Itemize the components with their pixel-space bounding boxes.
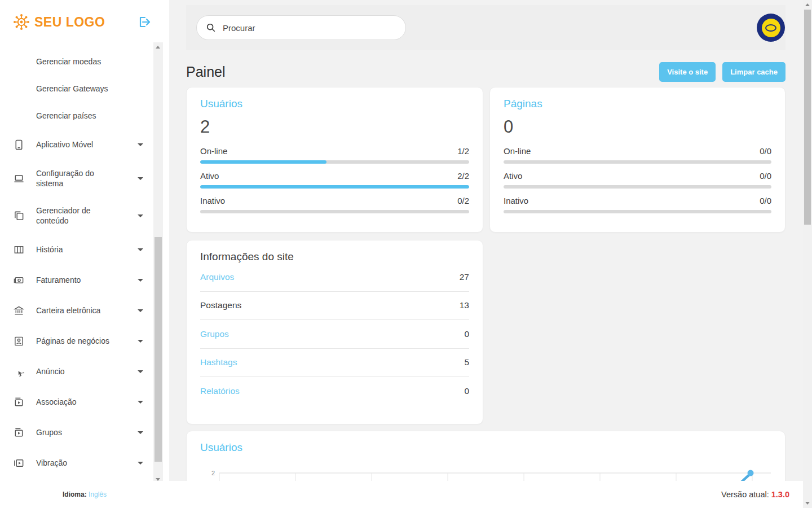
sidebar-item-historia[interactable]: História bbox=[0, 234, 153, 265]
sidebar-item-gerenciar-gateways[interactable]: Gerenciar Gateways bbox=[0, 75, 153, 102]
sidebar-item-vibracao[interactable]: Vibração bbox=[0, 448, 153, 478]
chevron-down-icon bbox=[138, 248, 143, 251]
sidebar-item-paginas-de-negocios[interactable]: Páginas de negócios bbox=[0, 326, 153, 356]
main-content: Painel Visite o site Limpar cache Usuári… bbox=[169, 0, 803, 508]
sidebar-item-configuracao-do-sistema[interactable]: Configuração do sistema bbox=[0, 160, 153, 197]
chevron-down-icon bbox=[138, 401, 143, 404]
sidebar-item-grupos[interactable]: Grupos bbox=[0, 417, 153, 448]
sidebar-scrollbar[interactable] bbox=[153, 42, 163, 484]
top-header bbox=[186, 5, 785, 50]
video-box-icon bbox=[14, 427, 24, 438]
site-info-title: Informações do site bbox=[200, 251, 469, 263]
version-value: 1.3.0 bbox=[771, 490, 789, 499]
usuarios-total: 2 bbox=[200, 117, 469, 137]
stat-online: On-line0/0 bbox=[504, 146, 771, 164]
handshake-emblem-icon bbox=[765, 24, 776, 32]
avatar[interactable] bbox=[757, 14, 785, 42]
sidebar-item-associacao[interactable]: Associação bbox=[0, 387, 153, 417]
smartphone-icon bbox=[14, 139, 24, 150]
bank-icon bbox=[14, 305, 24, 316]
sidebar-menu: Gerenciar moedas Gerenciar Gateways Gere… bbox=[0, 48, 153, 478]
paginas-card: Páginas 0 On-line0/0 Ativo0/0 Inativo0/0 bbox=[489, 87, 785, 233]
logo-row: SEU LOGO bbox=[12, 10, 161, 34]
version-info: Versão atual: 1.3.0 bbox=[721, 490, 789, 499]
sidebar-item-gerenciar-paises[interactable]: Gerenciar países bbox=[0, 102, 153, 129]
chevron-down-icon bbox=[138, 143, 143, 146]
pages-copy-icon bbox=[14, 211, 24, 221]
search-box[interactable] bbox=[196, 15, 406, 40]
chevron-down-icon bbox=[138, 214, 143, 217]
info-row-arquivos: Arquivos 27 bbox=[200, 263, 469, 292]
progress-bar bbox=[200, 185, 469, 189]
stat-inativo: Inativo0/0 bbox=[504, 196, 771, 213]
stat-ativo: Ativo0/0 bbox=[504, 171, 771, 189]
page-scrollbar[interactable] bbox=[803, 0, 812, 508]
progress-bar bbox=[504, 160, 771, 164]
avatar-badge bbox=[762, 19, 780, 37]
paginas-total: 0 bbox=[504, 117, 771, 137]
sidebar-item-anuncio[interactable]: Anúncio bbox=[0, 356, 153, 387]
info-row-grupos: Grupos 0 bbox=[200, 320, 469, 349]
hashtags-link[interactable]: Hashtags bbox=[200, 357, 237, 367]
usuarios-card-title: Usuários bbox=[200, 98, 469, 110]
version-label: Versão atual: bbox=[721, 490, 769, 499]
search-icon bbox=[206, 23, 216, 33]
play-frame-icon bbox=[14, 458, 24, 468]
chevron-down-icon bbox=[138, 279, 143, 282]
sidebar-item-carteira-eletronica[interactable]: Carteira eletrônica bbox=[0, 295, 153, 326]
chevron-down-icon bbox=[138, 431, 143, 434]
scroll-up-icon[interactable] bbox=[805, 3, 810, 6]
language-selector: Idioma: Inglês bbox=[0, 491, 169, 498]
visit-site-button[interactable]: Visite o site bbox=[659, 62, 716, 82]
sidebar-item-faturamento[interactable]: Faturamento bbox=[0, 265, 153, 295]
search-input[interactable] bbox=[223, 23, 396, 33]
progress-bar bbox=[200, 160, 469, 164]
cursor-click-icon bbox=[14, 366, 24, 377]
footer: Idioma: Inglês Versão atual: 1.3.0 bbox=[0, 481, 803, 508]
page-scrollbar-thumb[interactable] bbox=[804, 10, 811, 225]
usuarios-card: Usuários 2 On-line1/2 Ativo2/2 Inativo0/… bbox=[186, 87, 483, 233]
chevron-down-icon bbox=[138, 462, 143, 465]
y-tick-label: 2 bbox=[211, 470, 215, 476]
chart-card-title: Usuários bbox=[200, 441, 785, 454]
info-row-postagens: Postagens 13 bbox=[200, 292, 469, 321]
stat-inativo: Inativo0/2 bbox=[200, 196, 469, 213]
language-value-link[interactable]: Inglês bbox=[89, 491, 107, 498]
clear-cache-button[interactable]: Limpar cache bbox=[722, 62, 785, 82]
chevron-down-icon bbox=[138, 340, 143, 343]
columns-icon bbox=[14, 244, 24, 255]
site-info-card: Informações do site Arquivos 27 Postagen… bbox=[186, 240, 483, 424]
stat-online: On-line1/2 bbox=[200, 146, 469, 164]
page-title-row: Painel Visite o site Limpar cache bbox=[186, 61, 785, 82]
language-label: Idioma: bbox=[63, 491, 87, 498]
progress-bar bbox=[504, 210, 771, 213]
info-row-hashtags: Hashtags 5 bbox=[200, 349, 469, 378]
logo-text: SEU LOGO bbox=[34, 15, 105, 30]
grupos-link[interactable]: Grupos bbox=[200, 329, 229, 339]
sidebar-item-gerenciador-de-conteudo[interactable]: Gerenciador de conteúdo bbox=[0, 197, 153, 234]
banknote-icon bbox=[14, 275, 24, 286]
chart-point bbox=[748, 470, 754, 476]
video-box-icon bbox=[14, 397, 24, 408]
scroll-down-icon[interactable] bbox=[805, 502, 810, 505]
progress-bar bbox=[200, 210, 469, 213]
paginas-card-title: Páginas bbox=[504, 98, 771, 110]
sidebar-scrollbar-thumb[interactable] bbox=[155, 237, 162, 462]
info-row-relatorios: Relatórios 0 bbox=[200, 377, 469, 406]
sidebar: SEU LOGO Gerenciar moedas Gerenciar Gate… bbox=[0, 0, 169, 481]
sidebar-item-gerenciar-moedas[interactable]: Gerenciar moedas bbox=[0, 48, 153, 75]
relatorios-link[interactable]: Relatórios bbox=[200, 386, 240, 396]
chevron-down-icon bbox=[138, 370, 143, 373]
progress-bar bbox=[504, 185, 771, 189]
gear-logo-icon bbox=[12, 13, 30, 31]
arquivos-link[interactable]: Arquivos bbox=[200, 272, 234, 282]
scroll-up-icon[interactable] bbox=[156, 46, 160, 49]
stat-ativo: Ativo2/2 bbox=[200, 171, 469, 189]
sidebar-item-aplicativo-movel[interactable]: Aplicativo Móvel bbox=[0, 129, 153, 160]
contact-card-icon bbox=[14, 336, 24, 347]
chevron-down-icon bbox=[138, 309, 143, 312]
logout-icon[interactable] bbox=[138, 15, 151, 29]
chevron-down-icon bbox=[138, 177, 143, 180]
laptop-icon bbox=[14, 173, 24, 184]
postagens-label: Postagens bbox=[200, 300, 241, 310]
